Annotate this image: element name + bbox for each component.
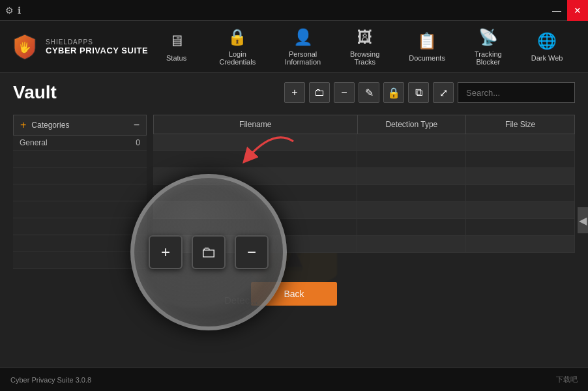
browsing-nav-icon: 🖼 [357,28,373,46]
category-remove-icon[interactable]: − [134,119,140,131]
magnifier-add-button[interactable]: + [149,235,183,269]
logo-text: ShieldApps Cyber Privacy Suite [46,38,148,55]
window-controls: — ✕ [546,0,588,21]
table-row [153,151,575,168]
list-item [13,151,147,167]
documents-nav-icon: 📋 [417,32,437,50]
darkweb-nav-icon: 🌐 [537,32,557,50]
category-name: General [20,138,136,147]
brand-bottom: Cyber Privacy Suite [46,46,148,55]
files-table-header: Filename Detection Type File Size [153,115,575,134]
category-count: 0 [136,138,140,147]
logo-icon: 🖐 [10,33,39,61]
darkweb-nav-label: Dark Web [531,54,563,62]
title-bar-left: ⚙ ℹ [0,5,21,16]
list-item [13,218,147,235]
status-nav-label: Status [166,54,186,62]
personal-nav-icon: 👤 [293,28,313,46]
list-item [13,235,147,252]
app-header: 🖐 ShieldApps Cyber Privacy Suite 🖥 Statu… [0,21,588,73]
nav-tab-login[interactable]: 🔒 LoginCredentials [211,21,265,72]
category-add-icon[interactable]: + [20,119,26,131]
categories-header: + Categories − [13,115,147,136]
magnifier-inner: + 🗀 − [149,235,269,269]
nav-tab-browsing[interactable]: 🖼 BrowsingTracks [341,21,389,72]
vault-header: Vault + 🗀 − ✎ 🔒 ⧉ ⤢ [0,73,588,112]
list-item [13,252,147,269]
personal-nav-label: PersonalInformation [285,50,321,66]
logo-area: 🖐 ShieldApps Cyber Privacy Suite [10,33,148,61]
login-nav-label: LoginCredentials [220,50,256,66]
folder-button[interactable]: 🗀 [309,82,330,103]
svg-text:🖐: 🖐 [18,41,31,53]
magnifier-overlay: + 🗀 − [130,174,287,330]
nav-tab-personal[interactable]: 👤 PersonalInformation [276,21,330,72]
nav-tab-darkweb[interactable]: 🌐 Dark Web [522,21,572,72]
side-scroll-arrow[interactable]: ◀ [578,207,588,233]
login-nav-icon: 🔒 [228,28,247,46]
nav-tab-tracking[interactable]: 📡 TrackingBlocker [465,21,511,72]
magnifier-remove-button[interactable]: − [235,235,269,269]
detection-type-header: Detection Type [358,115,467,134]
list-item [13,167,147,184]
version-label: Cyber Privacy Suite 3.0.8 [10,376,91,384]
file-size-header: File Size [466,115,574,134]
main-content: 🔒 Vault + 🗀 − ✎ 🔒 ⧉ ⤢ + Catego [0,73,588,368]
app-footer: Cyber Privacy Suite 3.0.8 下载吧 [0,368,588,391]
list-item [13,201,147,218]
category-general-row[interactable]: General 0 [13,136,147,151]
vault-title: Vault [13,82,57,103]
copy-button[interactable]: ⧉ [408,82,429,103]
site-label: 下载吧 [556,375,578,384]
brand-top: ShieldApps [46,38,148,46]
nav-tab-documents[interactable]: 📋 Documents [400,21,454,72]
tracking-nav-label: TrackingBlocker [475,50,502,66]
add-button[interactable]: + [284,82,305,103]
split-table-area: + Categories − General 0 Filename Detect… [13,115,575,269]
close-button[interactable]: ✕ [567,0,588,21]
external-link-button[interactable]: ⤢ [433,82,454,103]
lock-button[interactable]: 🔒 [383,82,404,103]
list-item [13,184,147,201]
documents-nav-label: Documents [409,54,445,62]
title-bar: ⚙ ℹ — ✕ [0,0,588,21]
navigation: 🖥 Status 🔒 LoginCredentials 👤 PersonalIn… [148,21,578,72]
filename-header: Filename [154,115,358,134]
info-icon[interactable]: ℹ [18,5,21,16]
browsing-nav-label: BrowsingTracks [350,50,379,66]
minimize-button[interactable]: — [546,0,567,21]
tracking-nav-icon: 📡 [478,28,498,46]
categories-label: Categories [31,121,133,130]
table-row [153,134,575,151]
magnifier-folder-button[interactable]: 🗀 [192,235,226,269]
search-input[interactable] [458,82,575,103]
remove-button[interactable]: − [334,82,355,103]
nav-tab-status[interactable]: 🖥 Status [154,21,199,72]
categories-panel: + Categories − General 0 [13,115,147,269]
footer-logo: 下载吧 [556,375,578,384]
back-button-area: Back [0,274,588,313]
status-nav-icon: 🖥 [169,32,184,50]
settings-icon[interactable]: ⚙ [5,5,14,16]
edit-button[interactable]: ✎ [359,82,379,103]
